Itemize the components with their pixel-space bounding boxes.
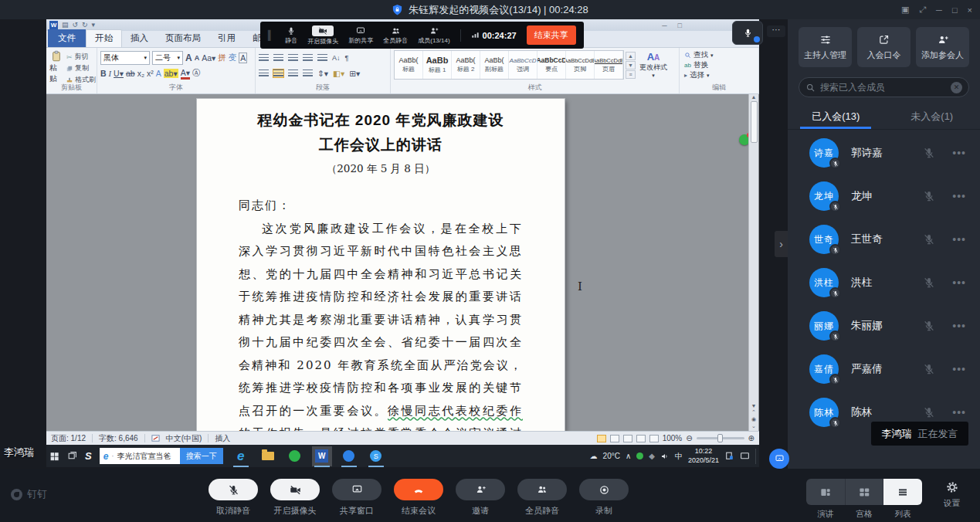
invite-button[interactable]: 邀请 (456, 479, 505, 517)
unmute-button[interactable]: 取消静音 (209, 479, 258, 517)
participant-search[interactable]: ✕ (799, 77, 969, 97)
fullscreen-view-button[interactable] (610, 435, 619, 442)
toolbar-new-share-button[interactable]: 新的共享 (348, 26, 373, 45)
ime-indicator[interactable]: 中 (675, 451, 683, 462)
volume-icon[interactable] (660, 452, 670, 461)
search-go-button[interactable]: 搜索一下 (180, 448, 223, 464)
zoom-slider-thumb[interactable] (717, 434, 723, 442)
participant-mic-muted-icon[interactable] (923, 233, 935, 246)
taskbar-explorer[interactable] (258, 446, 278, 466)
toolbar-mute-button[interactable]: 静音 (285, 26, 297, 45)
web-layout-view-button[interactable] (623, 435, 632, 442)
vertical-scrollbar[interactable]: ▲ ▼ ⌃ ◉ ⌄ (748, 94, 758, 431)
taskbar-edge[interactable]: e (231, 446, 251, 466)
participant-mic-muted-icon[interactable] (923, 406, 935, 419)
word-maximize-icon[interactable]: □ (678, 22, 682, 29)
styles-gallery-scroll[interactable]: ▲▼≡ (626, 50, 636, 79)
participant-row[interactable]: 嘉倩 严嘉倩 ••• (788, 347, 980, 391)
style-item[interactable]: AaBb(标题 (395, 51, 423, 79)
strikethrough-button[interactable]: ab (126, 69, 135, 78)
mute-all-button[interactable]: 全员静音 (517, 479, 567, 517)
find-button[interactable]: 查找▾ (684, 50, 755, 60)
align-right-button[interactable] (288, 69, 298, 77)
tab-joined[interactable]: 已入会(13) (788, 105, 884, 129)
outline-view-button[interactable] (636, 435, 646, 442)
zoom-level[interactable]: 100% (663, 434, 683, 442)
participant-mic-muted-icon[interactable] (923, 276, 935, 289)
clear-search-icon[interactable]: ✕ (951, 82, 962, 93)
zoom-slider[interactable] (697, 437, 744, 439)
font-family-select[interactable]: 黑体▾ (100, 51, 150, 65)
scroll-up-icon[interactable]: ▲ (751, 94, 757, 100)
change-styles-button[interactable]: AA 更改样式 ▾ (636, 50, 671, 79)
justify-button[interactable] (303, 69, 313, 77)
sort-button[interactable]: A↓ (332, 54, 341, 62)
toolbar-camera-button[interactable]: 开启摄像头 (307, 25, 338, 46)
participant-search-input[interactable] (820, 82, 946, 93)
taskbar-word[interactable]: W (312, 446, 332, 466)
numbering-button[interactable] (273, 54, 283, 62)
speaker-view-button[interactable]: 演讲 (806, 479, 845, 520)
text-effects-button[interactable]: A (156, 69, 161, 78)
insert-mode[interactable]: 插入 (215, 433, 230, 444)
show-marks-button[interactable]: ¶ (345, 54, 349, 62)
taskbar-browser-blue[interactable] (339, 446, 359, 466)
spellcheck-icon[interactable] (151, 434, 160, 442)
participant-row[interactable]: 诗嘉 郭诗嘉 ••• (788, 131, 980, 175)
participant-row[interactable]: 世奇 王世奇 ••• (788, 218, 980, 261)
next-page-icon[interactable]: ⌄ (751, 423, 756, 429)
superscript-button[interactable]: x² (147, 69, 154, 78)
italic-button[interactable]: I (109, 69, 112, 78)
mic-status-popup[interactable] (732, 21, 763, 45)
screen-sharing-indicator[interactable] (769, 449, 789, 469)
minimize-icon[interactable]: ─ (936, 5, 942, 15)
taskbar-search[interactable]: e · 李光洁官宣当爸 搜索一下 (100, 448, 223, 464)
subscript-button[interactable]: x₂ (137, 69, 144, 78)
save-icon[interactable]: ▤ (62, 22, 69, 29)
underline-button[interactable]: U▾ (114, 69, 124, 78)
toolbar-members-button[interactable]: 成员(13/14) (418, 26, 449, 45)
toolbar-mute-all-button[interactable]: 全员静音 (383, 26, 408, 45)
task-view-icon[interactable] (67, 451, 77, 461)
bold-button[interactable]: B (100, 69, 107, 78)
participant-more-icon[interactable]: ••• (952, 190, 966, 202)
participant-more-icon[interactable]: ••• (952, 276, 966, 289)
tab-home[interactable]: 开始 (86, 29, 122, 47)
redo-icon[interactable]: ↻ (82, 22, 88, 29)
zoom-in-icon[interactable]: ⊕ (748, 434, 754, 442)
style-item[interactable]: AaBbCcD强调 (509, 51, 537, 79)
participant-more-icon[interactable]: ••• (952, 233, 966, 246)
character-shading-button[interactable]: A (239, 53, 247, 63)
end-meeting-button[interactable]: 结束会议 (394, 479, 443, 517)
highlight-button[interactable]: ab▾ (164, 69, 178, 78)
line-spacing-button[interactable]: ⇕▾ (317, 69, 328, 78)
quick-access-dropdown-icon[interactable]: ▾ (92, 22, 96, 29)
weather-temp[interactable]: 20°C (603, 452, 620, 460)
tab-references[interactable]: 引用 (209, 30, 244, 47)
tab-file[interactable]: 文件 (48, 29, 86, 47)
record-button[interactable]: 录制 (579, 479, 629, 517)
bullets-button[interactable] (259, 54, 269, 62)
tray-green-icon[interactable] (636, 453, 643, 459)
add-participant-button[interactable]: 添加参会人 (916, 27, 969, 67)
change-case-button[interactable]: Aa▾ (202, 53, 215, 63)
participant-mic-muted-icon[interactable] (923, 147, 935, 159)
select-button[interactable]: ▸选择▾ (684, 70, 755, 80)
screenshot-icon[interactable]: ▣ (901, 5, 909, 15)
grid-view-button[interactable]: 宫格 (845, 479, 883, 520)
style-item[interactable]: AaBbCcD要点 (537, 51, 566, 79)
share-window-button[interactable]: 共享窗口 (332, 479, 381, 517)
style-item[interactable]: AaBbCcDdE页脚 (566, 51, 595, 79)
participant-more-icon[interactable]: ••• (952, 363, 966, 375)
taskbar-dingtalk[interactable]: S (366, 446, 386, 466)
word-minimize-icon[interactable]: ─ (662, 22, 666, 29)
notification-icon[interactable] (724, 451, 734, 461)
tray-diamond-icon[interactable]: ◆ (649, 452, 655, 460)
characters-border-button[interactable]: 变 (229, 53, 237, 63)
action-center-icon[interactable] (740, 451, 750, 461)
participant-mic-muted-icon[interactable] (923, 190, 935, 202)
multilevel-list-button[interactable] (288, 54, 298, 62)
participant-row[interactable]: 洪柱 洪柱 ••• (788, 261, 980, 304)
taskbar-browser-360[interactable] (285, 446, 305, 466)
sidebar-collapse-button[interactable]: › (775, 231, 788, 257)
